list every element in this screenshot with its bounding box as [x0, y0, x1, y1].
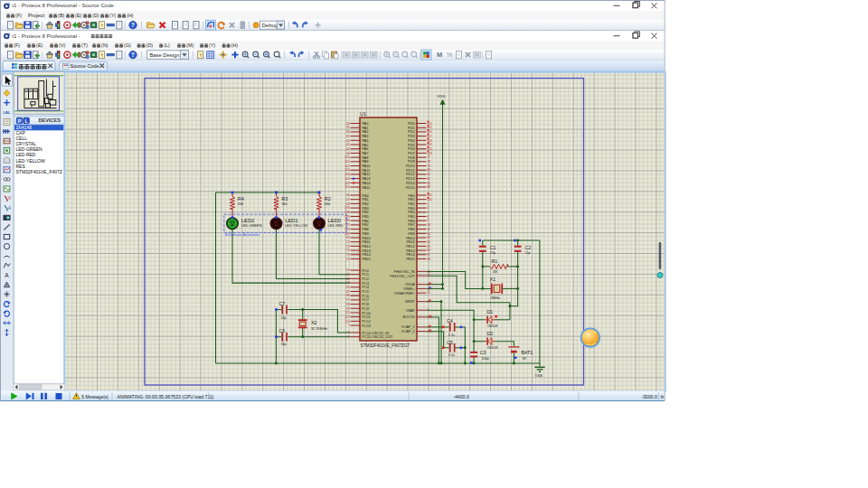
svg-text:U1: U1 [360, 111, 366, 117]
svg-text:112: 112 [345, 315, 350, 319]
svg-text:29: 29 [346, 281, 350, 285]
svg-text:101: 101 [344, 160, 350, 164]
svg-text:A: A [8, 206, 11, 211]
svg-text:C4: C4 [447, 318, 453, 324]
svg-text:Project: Project [28, 13, 44, 18]
svg-text:Schematic Animation: Schematic Animation [225, 232, 260, 237]
svg-text:22p: 22p [524, 251, 530, 255]
svg-text:C1: C1 [490, 245, 496, 250]
svg-text:LBL: LBL [4, 110, 11, 115]
svg-text:PE15: PE15 [406, 257, 415, 261]
svg-text:M: M [437, 51, 442, 59]
svg-text:(V): (V) [59, 42, 65, 48]
svg-text:67: 67 [427, 253, 430, 257]
svg-text:R2: R2 [325, 196, 331, 202]
svg-text:(G): (G) [124, 42, 131, 48]
svg-text:STM32F401VE_F407ZGT: STM32F401VE_F407ZGT [361, 343, 410, 348]
svg-text:80: 80 [427, 168, 430, 172]
svg-text:BOOT0: BOOT0 [402, 314, 415, 319]
svg-text:40: 40 [346, 139, 350, 143]
svg-text:C2: C2 [524, 245, 531, 250]
svg-text:78: 78 [427, 160, 430, 164]
svg-text:47: 47 [346, 198, 350, 202]
svg-text:134: 134 [344, 211, 350, 214]
svg-text:X2: X2 [311, 320, 316, 325]
svg-text:?: ? [131, 22, 135, 28]
svg-text:A: A [5, 272, 9, 278]
svg-text:44: 44 [346, 286, 350, 289]
svg-text:9: 9 [348, 335, 350, 339]
svg-text:LED-YELLOW: LED-YELLOW [285, 223, 307, 228]
svg-text:C7: C7 [279, 301, 286, 306]
svg-text:VDD: VDD [437, 94, 445, 99]
svg-text:PH1/OSC_OUT: PH1/OSC_OUT [390, 274, 415, 278]
svg-text:D2: D2 [486, 331, 493, 336]
svg-text:1N4148: 1N4148 [487, 346, 498, 350]
svg-text:85: 85 [427, 182, 430, 185]
svg-text:7: 7 [348, 324, 350, 327]
svg-text:34: 34 [346, 122, 350, 126]
svg-text:t1 - Proteus 8 Professional -: t1 - Proteus 8 Professional - Source Cod… [12, 2, 114, 8]
svg-text:41: 41 [346, 143, 350, 146]
svg-text:109: 109 [344, 182, 350, 185]
svg-text:135: 135 [344, 215, 350, 219]
svg-text:28: 28 [346, 277, 350, 281]
svg-text:(F): (F) [15, 13, 22, 18]
svg-text:(D): (D) [92, 13, 99, 18]
svg-text:X1: X1 [490, 277, 495, 282]
svg-text:(Y): (Y) [109, 13, 116, 18]
svg-text:330: 330 [238, 202, 244, 206]
svg-text:111: 111 [345, 311, 350, 314]
svg-text:22p: 22p [490, 251, 495, 255]
svg-text:(E): (E) [36, 42, 42, 48]
svg-text:R1: R1 [492, 258, 498, 264]
svg-text:139: 139 [344, 228, 350, 231]
svg-text:59: 59 [427, 228, 430, 231]
svg-text:63: 63 [427, 236, 430, 239]
svg-text:79: 79 [427, 164, 430, 168]
svg-text:330: 330 [325, 202, 331, 206]
svg-text:R3: R3 [281, 196, 288, 202]
svg-text:(H): (H) [127, 13, 134, 18]
svg-text:Base Design: Base Design [150, 52, 180, 58]
svg-text:DEVICES: DEVICES [39, 117, 61, 123]
svg-text:137: 137 [344, 223, 350, 227]
svg-text:140: 140 [344, 232, 350, 236]
svg-text:PC15-OSC32_OUT: PC15-OSC32_OUT [362, 334, 393, 339]
svg-text:1N4148: 1N4148 [487, 324, 498, 328]
svg-text:76: 76 [346, 258, 350, 261]
svg-text:10p: 10p [280, 343, 286, 346]
svg-text:(E): (E) [75, 13, 81, 18]
svg-text:136: 136 [344, 219, 350, 222]
svg-text:42: 42 [346, 147, 350, 151]
svg-text:4: 4 [427, 215, 429, 219]
svg-text:NRST: NRST [405, 299, 415, 304]
svg-text:45: 45 [346, 290, 350, 294]
svg-text:(H): (H) [231, 42, 239, 48]
svg-text:(L): (L) [164, 42, 170, 48]
svg-text:-4400.0: -4400.0 [453, 394, 469, 399]
svg-text:64: 64 [427, 240, 430, 244]
svg-text:24: 24 [427, 274, 430, 277]
svg-text:R4: R4 [238, 196, 244, 202]
svg-text:t1 - Proteus 8 Professional -: t1 - Proteus 8 Professional - [12, 33, 80, 39]
svg-text:58: 58 [427, 223, 430, 227]
svg-text:8: 8 [348, 331, 350, 334]
svg-text:99: 99 [346, 307, 350, 311]
svg-text:PB15: PB15 [362, 257, 371, 261]
svg-text:35: 35 [346, 126, 350, 129]
svg-text:31: 31 [427, 291, 430, 295]
svg-text:(M): (M) [186, 42, 193, 48]
svg-text:Source Code: Source Code [71, 63, 99, 69]
svg-text:PD15: PD15 [406, 185, 415, 190]
svg-text:8MHz: 8MHz [491, 296, 500, 300]
svg-text:LED-RED: LED-RED [328, 223, 344, 228]
svg-text:C3: C3 [480, 350, 486, 355]
svg-text:77: 77 [427, 155, 430, 159]
svg-text:VCAP_2: VCAP_2 [401, 329, 415, 333]
svg-text:74: 74 [346, 249, 350, 252]
svg-text:3V: 3V [522, 357, 526, 361]
svg-text:27: 27 [346, 273, 350, 277]
svg-text:1M: 1M [493, 270, 497, 274]
svg-text:60: 60 [427, 232, 430, 236]
